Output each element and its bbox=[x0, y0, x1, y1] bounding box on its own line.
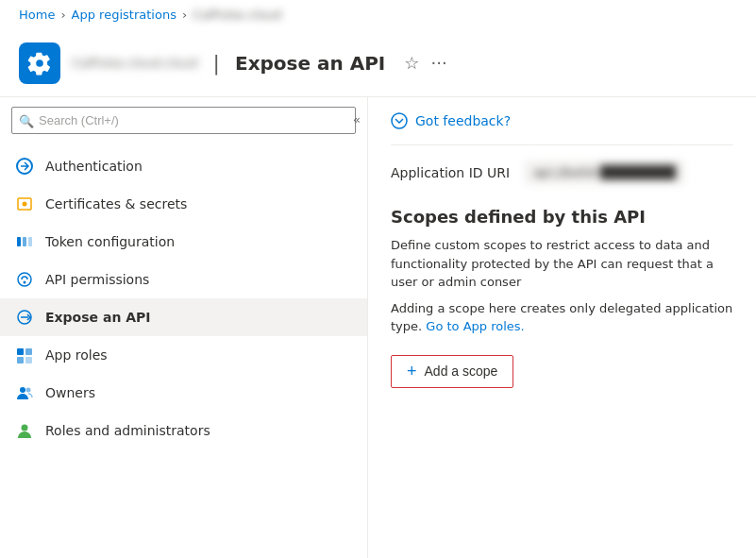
sidebar-item-certificates-label: Certificates & secrets bbox=[45, 196, 187, 211]
sidebar-item-authentication-label: Authentication bbox=[45, 159, 143, 174]
sidebar-item-roles-label: Roles and administrators bbox=[45, 423, 210, 438]
header-divider: | bbox=[213, 51, 220, 75]
body: 🔍 « Authentication Certificates & secret… bbox=[0, 97, 756, 558]
svg-rect-5 bbox=[28, 237, 32, 246]
feedback-bar[interactable]: Got feedback? bbox=[391, 112, 733, 145]
svg-rect-10 bbox=[25, 348, 32, 355]
api-perm-icon bbox=[15, 270, 34, 289]
svg-point-2 bbox=[23, 202, 27, 207]
sidebar-item-token-configuration[interactable]: Token configuration bbox=[0, 223, 367, 261]
cert-icon bbox=[15, 194, 34, 213]
header-actions: ☆ ··· bbox=[404, 53, 446, 73]
expose-icon bbox=[15, 308, 34, 327]
svg-point-6 bbox=[18, 273, 31, 286]
svg-point-16 bbox=[392, 113, 407, 128]
sidebar-item-roles-and-administrators[interactable]: Roles and administrators bbox=[0, 412, 367, 449]
roles-icon bbox=[15, 421, 34, 440]
svg-rect-11 bbox=[17, 357, 24, 364]
svg-point-14 bbox=[26, 388, 31, 393]
sidebar-item-api-permissions[interactable]: API permissions bbox=[0, 261, 367, 298]
breadcrumb-sep2: › bbox=[182, 8, 187, 22]
feedback-label: Got feedback? bbox=[415, 113, 511, 128]
sidebar-nav: Authentication Certificates & secrets To… bbox=[0, 144, 367, 558]
page-header: CalPulse.cloud.cloud | Expose an API ☆ ·… bbox=[0, 29, 756, 97]
sidebar-item-api-permissions-label: API permissions bbox=[45, 272, 149, 287]
sidebar-item-expose-an-api[interactable]: Expose an API bbox=[0, 298, 367, 336]
search-icon: 🔍 bbox=[19, 113, 34, 127]
svg-rect-4 bbox=[23, 237, 26, 246]
search-input[interactable] bbox=[11, 107, 356, 134]
add-scope-label: Add a scope bbox=[425, 364, 498, 379]
svg-point-13 bbox=[20, 387, 25, 393]
header-app-name: CalPulse.cloud.cloud bbox=[72, 56, 198, 70]
sidebar-item-certificates[interactable]: Certificates & secrets bbox=[0, 185, 367, 223]
collapse-button[interactable]: « bbox=[345, 107, 368, 132]
breadcrumb: Home › App registrations › CalPulse.clou… bbox=[0, 0, 756, 29]
auth-icon bbox=[15, 157, 34, 176]
breadcrumb-sep1: › bbox=[60, 8, 65, 22]
scopes-title: Scopes defined by this API bbox=[391, 207, 733, 227]
pin-icon[interactable]: ☆ bbox=[404, 53, 419, 73]
sidebar-item-token-label: Token configuration bbox=[45, 234, 175, 249]
sidebar-item-expose-label: Expose an API bbox=[45, 310, 151, 325]
add-scope-button[interactable]: + Add a scope bbox=[391, 355, 513, 388]
scopes-section: Scopes defined by this API Define custom… bbox=[391, 207, 733, 388]
token-icon bbox=[15, 232, 34, 251]
sidebar-item-owners[interactable]: Owners bbox=[0, 374, 367, 412]
feedback-icon bbox=[391, 112, 408, 129]
more-icon[interactable]: ··· bbox=[430, 53, 446, 73]
scopes-desc2: Adding a scope here creates only delegat… bbox=[391, 299, 733, 336]
gear-icon bbox=[27, 51, 52, 76]
sidebar-item-authentication[interactable]: Authentication bbox=[0, 147, 367, 185]
app-icon bbox=[19, 42, 60, 84]
search-bar-container: 🔍 « bbox=[0, 97, 367, 144]
sidebar-item-app-roles[interactable]: App roles bbox=[0, 336, 367, 374]
svg-rect-12 bbox=[25, 357, 32, 364]
app-id-uri-label: Application ID URI bbox=[391, 165, 510, 180]
breadcrumb-home[interactable]: Home bbox=[19, 8, 55, 22]
sidebar-item-app-roles-label: App roles bbox=[45, 347, 108, 363]
go-to-app-roles-link[interactable]: Go to App roles. bbox=[426, 319, 524, 333]
app-id-uri-value: api://botid-████████ bbox=[525, 161, 684, 184]
svg-point-7 bbox=[24, 281, 26, 284]
svg-rect-9 bbox=[17, 348, 24, 355]
main-content: Got feedback? Application ID URI api://b… bbox=[368, 97, 756, 558]
add-scope-plus-icon: + bbox=[407, 362, 417, 381]
page-title: Expose an API bbox=[235, 52, 385, 75]
svg-rect-3 bbox=[17, 237, 21, 246]
breadcrumb-app-registrations[interactable]: App registrations bbox=[72, 8, 176, 22]
sidebar-item-owners-label: Owners bbox=[45, 385, 95, 400]
breadcrumb-current: CalPulse.cloud bbox=[193, 8, 281, 22]
scopes-desc1: Define custom scopes to restrict access … bbox=[391, 236, 733, 292]
app-id-uri-row: Application ID URI api://botid-████████ bbox=[391, 161, 733, 184]
owners-icon bbox=[15, 383, 34, 402]
svg-point-15 bbox=[22, 425, 28, 431]
sidebar: 🔍 « Authentication Certificates & secret… bbox=[0, 97, 368, 558]
app-roles-icon bbox=[15, 346, 34, 364]
